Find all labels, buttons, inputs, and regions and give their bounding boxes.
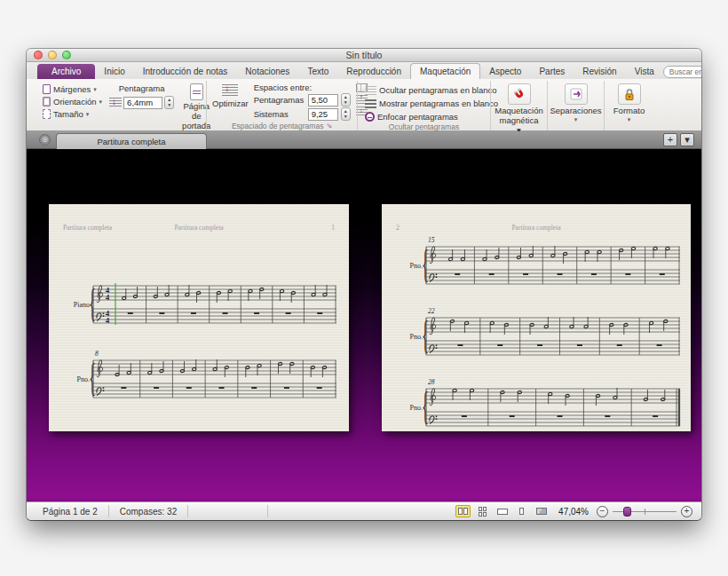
- mostrar-pentagramas-blanco-button[interactable]: Mostrar pentagramas en blanco: [363, 98, 500, 109]
- svg-text:{: {: [422, 241, 429, 285]
- margins-icon: [43, 84, 51, 94]
- group-ocultar-pentagramas: Ocultar pentagramas en blanco Mostrar pe…: [357, 81, 490, 130]
- tab-revision[interactable]: Revisión: [574, 64, 625, 79]
- title-page-icon: [190, 83, 203, 100]
- tab-vista[interactable]: Vista: [626, 64, 663, 79]
- maquetacion-magnetica-button[interactable]: Maquetación magnética ▾: [496, 82, 542, 136]
- status-bar: Página 1 de 2 Compases: 32 47,04% − +: [27, 501, 701, 520]
- ribbon-search-input[interactable]: [663, 66, 701, 78]
- ribbon-tab-row: Archivo Inicio Introducción de notas Not…: [27, 62, 701, 79]
- score-page-2[interactable]: 2 Partitura completa Pno.{15Pno.{22Pno.{…: [382, 204, 691, 431]
- tab-aspecto[interactable]: Aspecto: [480, 64, 530, 79]
- pentagramas-label: Pentagramas: [254, 95, 305, 105]
- chevron-down-icon: ▾: [86, 111, 90, 118]
- pentagramas-input[interactable]: [308, 94, 338, 107]
- tab-archivo[interactable]: Archivo: [37, 64, 95, 79]
- view-panorama-button[interactable]: [534, 505, 549, 517]
- svg-text:Pno.: Pno.: [410, 333, 423, 341]
- group-title: Ocultar pentagramas: [389, 122, 459, 131]
- tab-options-icon[interactable]: ⊗: [39, 134, 51, 146]
- separaciones-button[interactable]: Separaciones ▾: [553, 82, 598, 123]
- app-window: Sin título Archivo Inicio Introducción d…: [27, 49, 701, 520]
- document-tab-bar: ⊗ Partitura completa + ▾: [27, 131, 701, 149]
- staff-size-stepper[interactable]: ▲▼: [164, 96, 174, 109]
- page-indicator: Página 1 de 2: [32, 505, 109, 517]
- zoom-out-button[interactable]: −: [597, 506, 608, 517]
- group-maquetacion-magnetica: Maquetación magnética ▾: [490, 81, 547, 130]
- score-system: Pno.{8: [59, 348, 338, 406]
- staff-size-input[interactable]: [123, 97, 162, 109]
- zoom-level: 47,04%: [558, 507, 589, 517]
- group-configuracion-documento: Márgenes▾ Orientación▾ Tamaño▾ Pentagram…: [36, 81, 206, 130]
- espacios-entre-label: Espacios entre:: [254, 83, 351, 92]
- enfocar-pentagramas-button[interactable]: Enfocar pentagramas: [363, 111, 500, 122]
- svg-text:Pno.: Pno.: [77, 375, 90, 383]
- zoom-slider-thumb[interactable]: [623, 507, 631, 517]
- tab-partes[interactable]: Partes: [530, 64, 574, 79]
- zoom-slider[interactable]: [613, 506, 677, 517]
- view-horizontal-button[interactable]: [495, 505, 510, 517]
- formato-button[interactable]: Formato ▾: [610, 82, 648, 123]
- svg-text:{: {: [422, 383, 429, 427]
- score-canvas[interactable]: Partitura completa Partitura completa 1 …: [27, 149, 701, 501]
- score-system: Pno.{22: [392, 305, 682, 364]
- traffic-lights: [34, 51, 71, 59]
- bars-indicator: Compases: 32: [109, 505, 188, 517]
- orientation-icon: [43, 97, 51, 107]
- tab-notaciones[interactable]: Notaciones: [236, 64, 298, 79]
- selection-indicator: [188, 505, 268, 517]
- new-tab-button[interactable]: +: [663, 133, 677, 146]
- score-system: Piano{4444: [59, 273, 338, 332]
- view-spread-button[interactable]: [455, 505, 471, 517]
- tamano-button[interactable]: Tamaño▾: [41, 108, 104, 120]
- orientacion-button[interactable]: Orientación▾: [41, 96, 104, 107]
- score-page-1[interactable]: Partitura completa Partitura completa 1 …: [49, 204, 349, 431]
- magnet-icon: [512, 87, 526, 101]
- sistemas-input[interactable]: [308, 108, 338, 121]
- pentagrama-label: Pentagrama: [119, 83, 165, 93]
- tab-maquetacion[interactable]: Maquetación: [410, 63, 480, 79]
- tab-inicio[interactable]: Inicio: [95, 64, 133, 79]
- group-espaciado-pentagramas: Optimizar Espacios entre: Pentagramas ▲▼…: [206, 81, 357, 130]
- document-tab-partitura-completa[interactable]: Partitura completa: [56, 133, 207, 149]
- margenes-button[interactable]: Márgenes▾: [41, 83, 104, 95]
- tab-menu-button[interactable]: ▾: [680, 133, 694, 146]
- tab-texto[interactable]: Texto: [298, 64, 337, 79]
- pentagramas-stepper[interactable]: ▲▼: [341, 93, 351, 107]
- breaks-icon: [570, 88, 582, 100]
- group-separaciones: Separaciones ▾: [547, 81, 604, 130]
- svg-text:4: 4: [106, 316, 110, 325]
- staff-size-icon: [109, 98, 122, 108]
- svg-text:15: 15: [428, 236, 435, 244]
- chevron-down-icon: ▾: [93, 86, 97, 93]
- svg-text:4: 4: [106, 293, 110, 302]
- dialog-launcher-icon[interactable]: ⇘: [326, 122, 332, 130]
- tab-introduccion-de-notas[interactable]: Introducción de notas: [134, 64, 237, 79]
- svg-text:28: 28: [428, 378, 435, 386]
- sistemas-stepper[interactable]: ▲▼: [341, 107, 351, 121]
- optimizar-button[interactable]: Optimizar: [212, 82, 249, 108]
- page-size-icon: [43, 109, 51, 119]
- view-single-page-button[interactable]: [514, 505, 529, 517]
- svg-text:Pno.: Pno.: [410, 262, 423, 270]
- view-pages-grid-button[interactable]: [475, 505, 490, 517]
- close-window-button[interactable]: [34, 51, 43, 59]
- svg-text:Pno.: Pno.: [410, 404, 423, 412]
- ribbon: Márgenes▾ Orientación▾ Tamaño▾ Pentagram…: [27, 79, 701, 131]
- svg-text:22: 22: [428, 307, 435, 315]
- hide-empty-staves-icon: [365, 86, 376, 95]
- tab-reproduccion[interactable]: Reproducción: [337, 64, 410, 79]
- zoom-window-button[interactable]: [62, 51, 71, 59]
- show-empty-staves-icon: [365, 99, 376, 108]
- focus-staves-icon: [365, 112, 375, 122]
- svg-text:{: {: [89, 280, 96, 324]
- group-formato: Formato ▾: [604, 81, 653, 130]
- ocultar-pentagramas-blanco-button[interactable]: Ocultar pentagramas en blanco: [363, 84, 500, 96]
- minimize-window-button[interactable]: [48, 51, 57, 59]
- chevron-down-icon: ▾: [628, 116, 631, 123]
- svg-text:8: 8: [95, 350, 99, 358]
- zoom-in-button[interactable]: +: [681, 506, 692, 517]
- sistemas-label: Sistemas: [254, 109, 305, 119]
- svg-text:{: {: [89, 355, 96, 398]
- chevron-down-icon: ▾: [574, 116, 578, 123]
